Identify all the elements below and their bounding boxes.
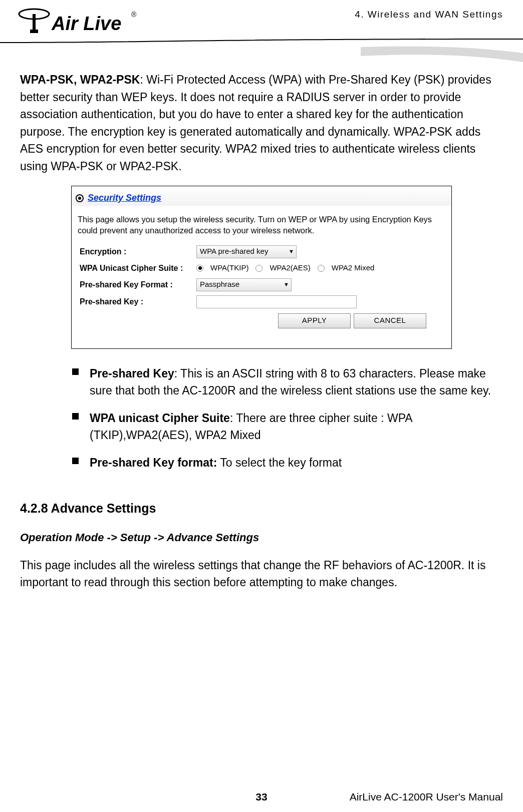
radio-wpa-tkip-label: WPA(TKIP) — [210, 262, 248, 274]
format-select[interactable]: Passphrase ▼ — [196, 278, 292, 291]
panel-header: Security Settings — [72, 186, 451, 206]
button-row: APPLY CANCEL — [278, 313, 445, 328]
row-format: Pre-shared Key Format : Passphrase ▼ — [78, 278, 445, 291]
row-cipher: WPA Unicast Cipher Suite : WPA(TKIP) WPA… — [78, 262, 445, 274]
label-encryption: Encryption : — [78, 246, 196, 258]
row-key: Pre-shared Key : — [78, 295, 445, 308]
label-format: Pre-shared Key Format : — [78, 279, 196, 291]
section-description: This page includes all the wireless sett… — [20, 557, 503, 591]
format-select-value: Passphrase — [200, 279, 239, 290]
list-item: Pre-shared Key: This is an ASCII string … — [72, 365, 503, 399]
breadcrumb: Operation Mode -> Setup -> Advance Setti… — [20, 529, 503, 546]
list-item: WPA unicast Cipher Suite: There are thre… — [72, 410, 503, 444]
security-settings-screenshot: Security Settings This page allows you s… — [71, 186, 452, 349]
page-number: 33 — [255, 791, 267, 803]
square-bullet-icon — [72, 458, 79, 464]
preshared-key-input[interactable] — [196, 295, 357, 308]
chevron-down-icon: ▼ — [289, 247, 294, 256]
bullet-list: Pre-shared Key: This is an ASCII string … — [20, 365, 503, 472]
list-item: Pre-shared Key format: To select the key… — [72, 454, 503, 472]
cancel-button[interactable]: CANCEL — [354, 313, 426, 328]
radio-wpa2-mixed-label: WPA2 Mixed — [332, 262, 375, 274]
page-header: Air Live ® 4. Wireless and WAN Settings — [0, 0, 523, 50]
label-cipher: WPA Unicast Cipher Suite : — [78, 262, 196, 274]
bullet-icon — [76, 194, 84, 202]
radio-wpa2-mixed[interactable] — [318, 265, 325, 272]
radio-wpa-tkip[interactable] — [196, 265, 203, 272]
cipher-radiogroup: WPA(TKIP) WPA2(AES) WPA2 Mixed — [196, 262, 374, 274]
svg-text:®: ® — [131, 11, 137, 19]
chevron-down-icon: ▼ — [284, 280, 289, 289]
intro-lead-bold: WPA-PSK, WPA2-PSK — [20, 73, 140, 86]
intro-paragraph: WPA-PSK, WPA2-PSK: Wi-Fi Protected Acces… — [20, 71, 503, 175]
bullet3-bold: Pre-shared Key format: — [90, 456, 217, 469]
bullet3-text: To select the key format — [217, 456, 342, 469]
chapter-title: 4. Wireless and WAN Settings — [355, 9, 503, 20]
encryption-select-value: WPA pre-shared key — [200, 246, 268, 257]
panel-body: This page allows you setup the wireless … — [72, 206, 451, 348]
section-heading: 4.2.8 Advance Settings — [20, 499, 503, 518]
panel-title: Security Settings — [88, 191, 161, 205]
bullet2-bold: WPA unicast Cipher Suite — [90, 412, 230, 425]
square-bullet-icon — [72, 368, 79, 375]
header-divider-swoosh — [0, 38, 523, 63]
label-key: Pre-shared Key : — [78, 296, 196, 308]
radio-wpa2-aes-label: WPA2(AES) — [270, 262, 310, 274]
svg-rect-2 — [30, 30, 38, 33]
svg-text:Air Live: Air Live — [51, 13, 121, 34]
square-bullet-icon — [72, 413, 79, 420]
panel-description: This page allows you setup the wireless … — [78, 214, 445, 236]
bullet1-bold: Pre-shared Key — [90, 367, 174, 380]
encryption-select[interactable]: WPA pre-shared key ▼ — [196, 245, 297, 258]
manual-title: AirLive AC-1200R User's Manual — [350, 791, 503, 803]
intro-text: : Wi-Fi Protected Access (WPA) with Pre-… — [20, 73, 491, 173]
airlive-logo: Air Live ® — [15, 5, 140, 42]
apply-button[interactable]: APPLY — [278, 313, 351, 328]
radio-wpa2-aes[interactable] — [255, 265, 263, 272]
row-encryption: Encryption : WPA pre-shared key ▼ — [78, 245, 445, 258]
